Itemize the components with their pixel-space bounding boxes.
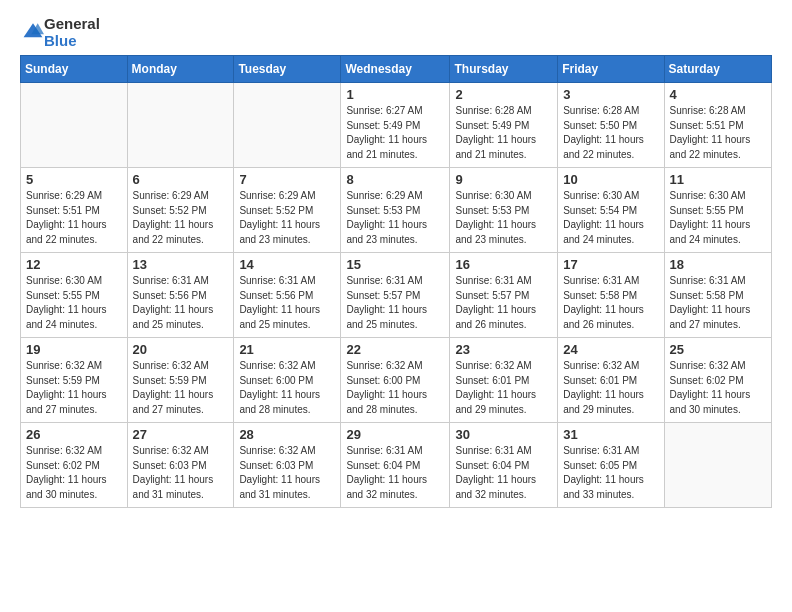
day-number: 24	[563, 342, 658, 357]
day-info: Sunrise: 6:27 AMSunset: 5:49 PMDaylight:…	[346, 104, 444, 162]
day-info: Sunrise: 6:32 AMSunset: 6:03 PMDaylight:…	[133, 444, 229, 502]
calendar-cell: 28Sunrise: 6:32 AMSunset: 6:03 PMDayligh…	[234, 423, 341, 508]
calendar-cell: 7Sunrise: 6:29 AMSunset: 5:52 PMDaylight…	[234, 168, 341, 253]
day-number: 28	[239, 427, 335, 442]
weekday-header-wednesday: Wednesday	[341, 56, 450, 83]
day-number: 12	[26, 257, 122, 272]
calendar-cell	[664, 423, 771, 508]
day-info: Sunrise: 6:29 AMSunset: 5:52 PMDaylight:…	[239, 189, 335, 247]
calendar-cell: 27Sunrise: 6:32 AMSunset: 6:03 PMDayligh…	[127, 423, 234, 508]
day-info: Sunrise: 6:32 AMSunset: 6:00 PMDaylight:…	[239, 359, 335, 417]
calendar-cell: 15Sunrise: 6:31 AMSunset: 5:57 PMDayligh…	[341, 253, 450, 338]
logo-blue-text: Blue	[44, 33, 100, 50]
day-info: Sunrise: 6:30 AMSunset: 5:55 PMDaylight:…	[26, 274, 122, 332]
day-number: 13	[133, 257, 229, 272]
weekday-header-monday: Monday	[127, 56, 234, 83]
day-info: Sunrise: 6:28 AMSunset: 5:50 PMDaylight:…	[563, 104, 658, 162]
day-number: 7	[239, 172, 335, 187]
calendar-cell	[21, 83, 128, 168]
calendar-cell	[234, 83, 341, 168]
calendar-cell: 30Sunrise: 6:31 AMSunset: 6:04 PMDayligh…	[450, 423, 558, 508]
day-info: Sunrise: 6:30 AMSunset: 5:54 PMDaylight:…	[563, 189, 658, 247]
calendar-cell: 10Sunrise: 6:30 AMSunset: 5:54 PMDayligh…	[558, 168, 664, 253]
day-number: 25	[670, 342, 766, 357]
day-info: Sunrise: 6:31 AMSunset: 5:56 PMDaylight:…	[239, 274, 335, 332]
calendar-cell: 2Sunrise: 6:28 AMSunset: 5:49 PMDaylight…	[450, 83, 558, 168]
day-info: Sunrise: 6:28 AMSunset: 5:49 PMDaylight:…	[455, 104, 552, 162]
day-info: Sunrise: 6:31 AMSunset: 5:58 PMDaylight:…	[670, 274, 766, 332]
logo-icon	[22, 20, 44, 42]
day-number: 11	[670, 172, 766, 187]
day-number: 29	[346, 427, 444, 442]
day-number: 15	[346, 257, 444, 272]
page: General Blue SundayMondayTuesdayWednesda…	[0, 0, 792, 528]
day-number: 22	[346, 342, 444, 357]
day-info: Sunrise: 6:31 AMSunset: 5:57 PMDaylight:…	[346, 274, 444, 332]
calendar-cell: 31Sunrise: 6:31 AMSunset: 6:05 PMDayligh…	[558, 423, 664, 508]
day-number: 21	[239, 342, 335, 357]
day-info: Sunrise: 6:29 AMSunset: 5:52 PMDaylight:…	[133, 189, 229, 247]
day-number: 17	[563, 257, 658, 272]
day-info: Sunrise: 6:30 AMSunset: 5:55 PMDaylight:…	[670, 189, 766, 247]
day-info: Sunrise: 6:31 AMSunset: 6:04 PMDaylight:…	[346, 444, 444, 502]
weekday-header-saturday: Saturday	[664, 56, 771, 83]
logo: General Blue	[20, 16, 100, 49]
calendar-cell: 18Sunrise: 6:31 AMSunset: 5:58 PMDayligh…	[664, 253, 771, 338]
day-number: 16	[455, 257, 552, 272]
weekday-header-sunday: Sunday	[21, 56, 128, 83]
day-number: 10	[563, 172, 658, 187]
calendar-cell: 13Sunrise: 6:31 AMSunset: 5:56 PMDayligh…	[127, 253, 234, 338]
day-info: Sunrise: 6:31 AMSunset: 5:57 PMDaylight:…	[455, 274, 552, 332]
day-number: 5	[26, 172, 122, 187]
calendar-table: SundayMondayTuesdayWednesdayThursdayFrid…	[20, 55, 772, 508]
day-info: Sunrise: 6:32 AMSunset: 6:00 PMDaylight:…	[346, 359, 444, 417]
calendar-week-row: 5Sunrise: 6:29 AMSunset: 5:51 PMDaylight…	[21, 168, 772, 253]
day-number: 26	[26, 427, 122, 442]
day-info: Sunrise: 6:29 AMSunset: 5:53 PMDaylight:…	[346, 189, 444, 247]
day-info: Sunrise: 6:31 AMSunset: 5:56 PMDaylight:…	[133, 274, 229, 332]
day-number: 2	[455, 87, 552, 102]
day-number: 20	[133, 342, 229, 357]
calendar-cell: 12Sunrise: 6:30 AMSunset: 5:55 PMDayligh…	[21, 253, 128, 338]
calendar-cell: 23Sunrise: 6:32 AMSunset: 6:01 PMDayligh…	[450, 338, 558, 423]
day-info: Sunrise: 6:31 AMSunset: 6:04 PMDaylight:…	[455, 444, 552, 502]
calendar-cell: 5Sunrise: 6:29 AMSunset: 5:51 PMDaylight…	[21, 168, 128, 253]
day-number: 4	[670, 87, 766, 102]
day-number: 8	[346, 172, 444, 187]
day-info: Sunrise: 6:28 AMSunset: 5:51 PMDaylight:…	[670, 104, 766, 162]
day-number: 3	[563, 87, 658, 102]
day-info: Sunrise: 6:32 AMSunset: 6:02 PMDaylight:…	[26, 444, 122, 502]
day-info: Sunrise: 6:29 AMSunset: 5:51 PMDaylight:…	[26, 189, 122, 247]
day-number: 27	[133, 427, 229, 442]
day-info: Sunrise: 6:32 AMSunset: 5:59 PMDaylight:…	[133, 359, 229, 417]
day-number: 6	[133, 172, 229, 187]
calendar-cell: 9Sunrise: 6:30 AMSunset: 5:53 PMDaylight…	[450, 168, 558, 253]
calendar-cell: 17Sunrise: 6:31 AMSunset: 5:58 PMDayligh…	[558, 253, 664, 338]
day-number: 31	[563, 427, 658, 442]
day-number: 14	[239, 257, 335, 272]
calendar-cell: 1Sunrise: 6:27 AMSunset: 5:49 PMDaylight…	[341, 83, 450, 168]
calendar-week-row: 26Sunrise: 6:32 AMSunset: 6:02 PMDayligh…	[21, 423, 772, 508]
header-area: General Blue	[20, 16, 772, 49]
weekday-header-tuesday: Tuesday	[234, 56, 341, 83]
calendar-cell: 19Sunrise: 6:32 AMSunset: 5:59 PMDayligh…	[21, 338, 128, 423]
calendar-cell: 16Sunrise: 6:31 AMSunset: 5:57 PMDayligh…	[450, 253, 558, 338]
day-info: Sunrise: 6:32 AMSunset: 6:01 PMDaylight:…	[563, 359, 658, 417]
calendar-cell	[127, 83, 234, 168]
calendar-cell: 22Sunrise: 6:32 AMSunset: 6:00 PMDayligh…	[341, 338, 450, 423]
calendar-cell: 11Sunrise: 6:30 AMSunset: 5:55 PMDayligh…	[664, 168, 771, 253]
calendar-cell: 29Sunrise: 6:31 AMSunset: 6:04 PMDayligh…	[341, 423, 450, 508]
calendar-cell: 21Sunrise: 6:32 AMSunset: 6:00 PMDayligh…	[234, 338, 341, 423]
calendar-header-row: SundayMondayTuesdayWednesdayThursdayFrid…	[21, 56, 772, 83]
day-number: 18	[670, 257, 766, 272]
calendar-cell: 6Sunrise: 6:29 AMSunset: 5:52 PMDaylight…	[127, 168, 234, 253]
day-number: 30	[455, 427, 552, 442]
day-info: Sunrise: 6:32 AMSunset: 5:59 PMDaylight:…	[26, 359, 122, 417]
calendar-cell: 26Sunrise: 6:32 AMSunset: 6:02 PMDayligh…	[21, 423, 128, 508]
calendar-cell: 14Sunrise: 6:31 AMSunset: 5:56 PMDayligh…	[234, 253, 341, 338]
calendar-cell: 24Sunrise: 6:32 AMSunset: 6:01 PMDayligh…	[558, 338, 664, 423]
day-number: 1	[346, 87, 444, 102]
day-info: Sunrise: 6:32 AMSunset: 6:01 PMDaylight:…	[455, 359, 552, 417]
day-number: 23	[455, 342, 552, 357]
calendar-cell: 4Sunrise: 6:28 AMSunset: 5:51 PMDaylight…	[664, 83, 771, 168]
